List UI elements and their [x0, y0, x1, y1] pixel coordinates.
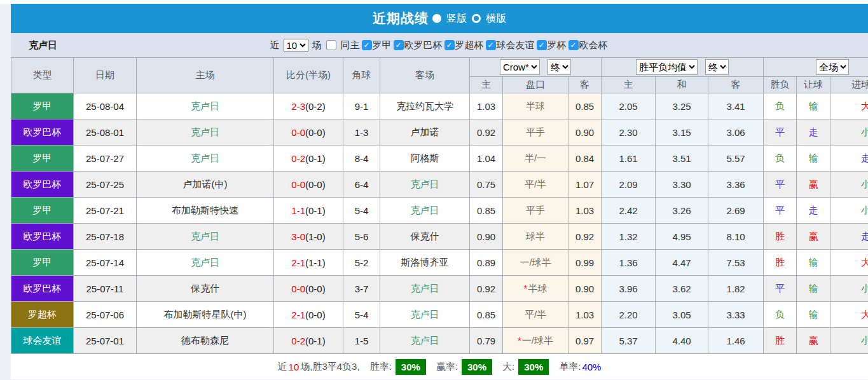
home-team[interactable]: 克卢日: [137, 146, 274, 172]
avg-draw: 3.30: [656, 172, 708, 198]
odds-state-select[interactable]: 终: [548, 59, 571, 75]
away-team[interactable]: 克卢日: [380, 328, 470, 354]
avg-draw: 3.51: [656, 146, 708, 172]
radio-vertical-layout[interactable]: [432, 14, 441, 23]
avg-lose: 3.36: [708, 172, 764, 198]
match-row: 罗甲25-07-14克卢日2-1(1-1)5-2斯洛博齐亚0.89一/球半0.9…: [11, 250, 868, 276]
league-checkbox[interactable]: ✓: [486, 40, 496, 50]
handicap-line: 一/球半: [503, 250, 568, 276]
odds-home: 1.04: [470, 146, 503, 172]
match-table-body: 罗甲25-08-04克卢日2-3(0-2)9-1克拉约瓦大学1.03半球0.85…: [11, 93, 868, 354]
avg-state-select[interactable]: 终: [705, 59, 729, 75]
home-team[interactable]: 克卢日: [137, 119, 274, 146]
result-goals: 小: [830, 119, 868, 146]
home-team[interactable]: 克卢日: [137, 250, 274, 276]
corner-score: 3-7: [343, 276, 380, 302]
home-team[interactable]: 布加勒斯特快速: [137, 198, 274, 224]
away-team[interactable]: 克卢日: [380, 198, 470, 224]
page-title: 近期战绩: [373, 10, 429, 27]
near-label: 近: [270, 39, 280, 51]
handicap-line: *半球: [503, 276, 568, 302]
odds-home: 0.85: [470, 302, 503, 328]
period-group-header: 全场: [764, 58, 868, 77]
col-header-type: 类型: [11, 58, 74, 93]
score: 2-1(1-1): [274, 250, 343, 276]
subheader-avg-draw: 和: [656, 77, 708, 93]
avg-lose: 1.82: [708, 276, 764, 302]
result-outcome: 胜: [764, 224, 797, 250]
col-header-score: 比分(半场): [274, 58, 343, 93]
league-filters: ✓罗甲✓欧罗巴杯✓罗超杯✓球会友谊✓罗杯✓欧会杯: [362, 39, 609, 51]
subheader-avg-win: 主: [602, 77, 656, 93]
result-handicap: 输: [797, 276, 830, 302]
summary-near-label: 近: [278, 361, 287, 373]
single-rate-value: 40%: [582, 362, 601, 372]
away-team[interactable]: 阿格斯: [380, 146, 470, 172]
radio-vertical-label[interactable]: 竖版: [446, 12, 467, 25]
early-odds-star: *: [524, 283, 528, 294]
home-team[interactable]: 卢加诺(中): [137, 172, 274, 198]
big-rate-value: 30%: [518, 359, 549, 375]
avg-draw: 3.62: [656, 276, 708, 302]
result-goals: 大: [830, 250, 868, 276]
odds-away: 0.90: [568, 276, 602, 302]
away-team[interactable]: 克卢日: [380, 276, 470, 302]
avg-win: 3.96: [602, 276, 656, 302]
avg-draw: 3.05: [656, 302, 708, 328]
result-handicap: 输: [797, 302, 830, 328]
home-team[interactable]: 克卢日: [137, 93, 274, 119]
away-team[interactable]: 卢加诺: [380, 119, 470, 146]
match-date: 25-07-14: [74, 250, 137, 276]
away-team[interactable]: 斯洛博齐亚: [380, 250, 470, 276]
match-date: 25-07-18: [74, 224, 137, 250]
score: 2-1(0-0): [274, 302, 343, 328]
match-row: 欧罗巴杯25-07-11保克什0-0(0-0)3-7克卢日0.92*半球0.90…: [11, 276, 868, 302]
title-bar: 近期战绩 竖版 横版: [11, 4, 868, 33]
team-name: 克卢日: [29, 39, 57, 51]
home-team[interactable]: 德布勒森尼: [137, 328, 274, 354]
avg-type-select[interactable]: 胜平负均值: [636, 59, 698, 75]
result-handicap: 走: [797, 198, 830, 224]
match-count-select[interactable]: 10: [284, 39, 308, 52]
home-team[interactable]: 克卢日: [137, 224, 274, 250]
league-checkbox[interactable]: ✓: [537, 40, 547, 50]
corner-score: 5-6: [343, 224, 380, 250]
league-checkbox[interactable]: ✓: [394, 40, 404, 50]
radio-horizontal-label[interactable]: 横版: [486, 12, 506, 25]
away-team[interactable]: 克拉约瓦大学: [380, 93, 470, 119]
odds-away: 0.99: [568, 250, 602, 276]
away-team[interactable]: 克卢日: [380, 302, 470, 328]
away-team[interactable]: 保克什: [380, 224, 470, 250]
result-goals: 大: [830, 302, 868, 328]
subheader-result-goals: 进球数: [830, 77, 868, 93]
match-row: 欧罗巴杯25-08-01克卢日0-0(0-0)1-3卢加诺0.92平手0.902…: [11, 119, 868, 146]
match-date: 25-07-21: [74, 198, 137, 224]
home-team[interactable]: 布加勒斯特星队(中): [137, 302, 274, 328]
result-handicap: 赢: [797, 172, 830, 198]
corner-score: 5-4: [343, 302, 380, 328]
subheader-handicap: 盘口: [503, 77, 568, 93]
home-team[interactable]: 保克什: [137, 276, 274, 302]
radio-horizontal-layout[interactable]: [472, 14, 481, 23]
match-row: 欧罗巴杯25-07-18克卢日3-0(1-0)5-6保克什0.90球半0.921…: [11, 224, 868, 250]
league-checkbox[interactable]: ✓: [568, 40, 579, 50]
col-header-away: 客场: [380, 58, 470, 93]
odds-home: 0.79: [470, 328, 503, 354]
corner-score: 1-3: [343, 119, 380, 146]
odds-company-select[interactable]: Crow*: [500, 59, 540, 75]
away-team[interactable]: 克卢日: [380, 172, 470, 198]
league-checkbox[interactable]: ✓: [362, 40, 372, 50]
league-type-badge: 欧罗巴杯: [11, 119, 74, 146]
result-goals: 走: [830, 224, 868, 250]
avg-win: 1.36: [602, 250, 656, 276]
period-select[interactable]: 全场: [816, 59, 849, 75]
subheader-result-wdl: 胜负: [764, 77, 797, 93]
avg-win: 1.32: [602, 224, 656, 250]
league-checkbox[interactable]: ✓: [444, 40, 455, 50]
same-home-checkbox[interactable]: [326, 40, 336, 50]
result-handicap: 走: [797, 119, 830, 146]
avg-draw: 3.26: [656, 198, 708, 224]
score: 3-0(1-0): [274, 224, 343, 250]
match-row: 罗甲25-07-21布加勒斯特快速1-1(0-1)5-4克卢日0.85平手1.0…: [11, 198, 868, 224]
layout-radio-group: 竖版 横版: [432, 12, 506, 25]
